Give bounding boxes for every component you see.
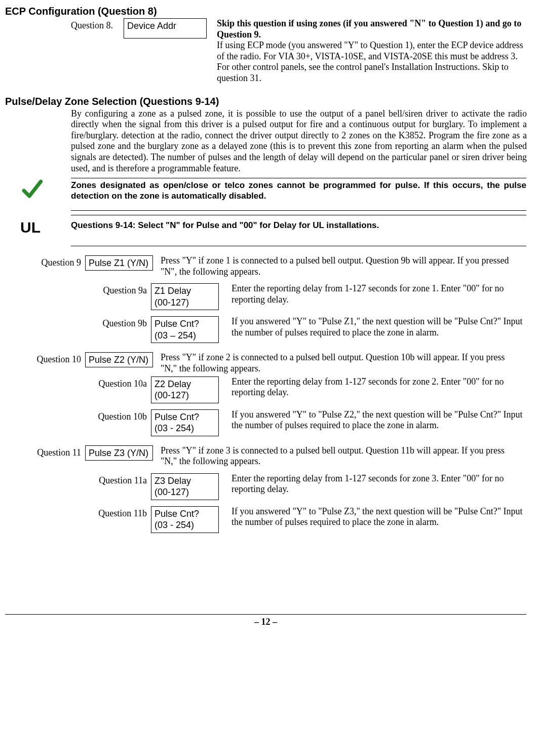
question-8-desc-bold: Skip this question if using zones (if yo… [217, 18, 521, 40]
question-11-row: Question 11 Pulse Z3 (Y/N) Press "Y" if … [5, 445, 526, 467]
question-10a-desc: Enter the reporting delay from 1-127 sec… [232, 376, 526, 398]
check-icon [5, 178, 71, 204]
pulse-heading: Pulse/Delay Zone Selection (Questions 9-… [5, 95, 526, 107]
question-9-desc: Press "Y" if zone 1 is connected to a pu… [161, 255, 515, 277]
question-9-row: Question 9 Pulse Z1 (Y/N) Press "Y" if z… [5, 255, 526, 277]
question-10a-row: Question 10a Z2 Delay(00-127) Enter the … [5, 376, 526, 403]
question-8-desc-rest: If using ECP mode (you answered "Y" to Q… [217, 40, 523, 83]
question-9a-box: Z1 Delay(00-127) [151, 283, 219, 310]
question-8-row: Question 8. Device Addr Skip this questi… [71, 18, 526, 84]
question-11-label: Question 11 [5, 445, 85, 459]
question-11-box: Pulse Z3 (Y/N) [85, 445, 153, 461]
question-11a-box: Z3 Delay(00-127) [151, 473, 219, 500]
question-10b-row: Question 10b Pulse Cnt?(03 - 254) If you… [5, 409, 526, 436]
page-number: – 12 – [5, 614, 526, 628]
question-9a-row: Question 9a Z1 Delay(00-127) Enter the r… [5, 283, 526, 310]
question-10-row: Question 10 Pulse Z2 (Y/N) Press "Y" if … [5, 352, 526, 374]
question-8-desc: Skip this question if using zones (if yo… [217, 18, 526, 84]
question-9b-desc: If you answered "Y" to "Pulse Z1," the n… [232, 316, 526, 338]
ul-badge: UL [5, 215, 71, 236]
ul-note-text: Questions 9-14: Select "N" for Pulse and… [71, 215, 526, 246]
question-10a-label: Question 10a [5, 376, 151, 390]
question-9a-desc: Enter the reporting delay from 1-127 sec… [232, 283, 526, 305]
ecp-heading: ECP Configuration (Question 8) [5, 5, 526, 17]
pulse-intro-text: By configuring a zone as a pulsed zone, … [71, 108, 527, 174]
check-note-row: Zones designated as open/close or telco … [5, 176, 526, 213]
question-10b-box: Pulse Cnt?(03 - 254) [151, 409, 219, 436]
question-10a-box: Z2 Delay(00-127) [151, 376, 219, 403]
question-10-desc: Press "Y" if zone 2 is connected to a pu… [161, 352, 515, 374]
question-11b-box: Pulse Cnt?(03 - 254) [151, 506, 219, 533]
question-8-label: Question 8. [71, 18, 122, 31]
question-11a-label: Question 11a [5, 473, 151, 486]
question-11a-desc: Enter the reporting delay from 1-127 sec… [232, 473, 526, 495]
question-11a-row: Question 11a Z3 Delay(00-127) Enter the … [5, 473, 526, 500]
question-10b-desc: If you answered "Y" to "Pulse Z2," the n… [232, 409, 526, 431]
question-9-box: Pulse Z1 (Y/N) [85, 255, 153, 271]
question-11b-row: Question 11b Pulse Cnt?(03 - 254) If you… [5, 506, 526, 533]
question-10-label: Question 10 [5, 352, 85, 365]
question-11b-label: Question 11b [5, 506, 151, 519]
question-9-label: Question 9 [5, 255, 85, 269]
question-9b-row: Question 9b Pulse Cnt?(03 – 254) If you … [5, 316, 526, 343]
question-9b-label: Question 9b [5, 316, 151, 329]
ul-note-row: UL Questions 9-14: Select "N" for Pulse … [5, 215, 526, 246]
question-11b-desc: If you answered "Y" to "Pulse Z3," the n… [232, 506, 526, 528]
question-10b-label: Question 10b [5, 409, 151, 423]
question-9b-box: Pulse Cnt?(03 – 254) [151, 316, 219, 343]
question-8-box: Device Addr [124, 18, 207, 39]
question-9a-label: Question 9a [5, 283, 151, 296]
question-10-box: Pulse Z2 (Y/N) [85, 352, 153, 367]
question-11-desc: Press "Y" if zone 3 is connected to a pu… [161, 445, 515, 467]
check-note-text: Zones designated as open/close or telco … [71, 178, 526, 211]
